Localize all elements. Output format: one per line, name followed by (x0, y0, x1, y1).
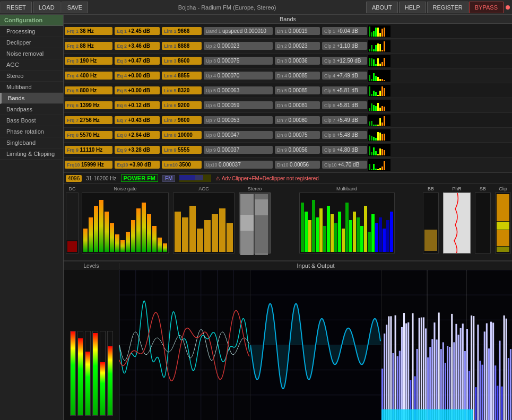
table-row[interactable]: Frq 2 88 Hz Eq 2 +3.46 dB Lim 2 8888 Up … (64, 39, 512, 54)
table-row[interactable]: Frq10 15999 Hz Eq10 +3.90 dB Lim10 3500 … (64, 158, 512, 172)
eq-cell[interactable]: Eq 3 +0.47 dB (115, 57, 160, 65)
clp-cell[interactable]: Clp 2 +1.10 dB (322, 42, 367, 50)
dn-cell[interactable]: Dn 6 0.00081 (275, 101, 320, 109)
sidebar-item-declipper[interactable]: Declipper (0, 37, 63, 48)
eq-cell[interactable]: Eq 4 +0.00 dB (115, 72, 160, 80)
dn-cell[interactable]: Dn 1 0.00019 (275, 27, 320, 35)
band-cell[interactable]: Up 5 0.000063 (204, 86, 273, 94)
eq-cell[interactable]: Eq 2 +3.46 dB (115, 42, 160, 50)
sidebar-item-singleband[interactable]: Singleband (0, 137, 63, 148)
freq-cell[interactable]: Frq 5 800 Hz (65, 86, 112, 94)
clp-cell[interactable]: Clp 8 +5.48 dB (322, 131, 367, 139)
register-button[interactable]: REGISTER (427, 2, 468, 13)
band-cell[interactable]: Up 9 0.000037 (204, 146, 273, 154)
lim-cell[interactable]: Lim 1 9666 (162, 27, 202, 35)
ng-bar (131, 220, 135, 252)
sidebar-item-bass-boost[interactable]: Bass Boost (0, 115, 63, 126)
save-button[interactable]: SAVE (62, 2, 89, 13)
mb-bar (364, 206, 367, 252)
lim-cell[interactable]: Lim 7 9600 (162, 116, 202, 124)
dn-cell[interactable]: Dn10 0.00056 (275, 161, 320, 169)
freq-cell[interactable]: Frq10 15999 Hz (65, 161, 112, 169)
status-logo: POWER FM (121, 174, 159, 182)
table-row[interactable]: Frq 1 36 Hz Eq 1 +2.45 dB Lim 1 9666 Ban… (64, 24, 512, 39)
table-row[interactable]: Frq 9 11110 Hz Eq 9 +3.28 dB Lim 9 5555 … (64, 143, 512, 158)
freq-cell[interactable]: Frq 9 11110 Hz (65, 146, 112, 154)
dn-cell[interactable]: Dn 9 0.00056 (275, 146, 320, 154)
clp-cell[interactable]: Clp 9 +4.80 dB (322, 146, 367, 154)
sidebar-item-bandpass[interactable]: Bandpass (0, 104, 63, 115)
clp-cell[interactable]: Clp 4 +7.49 dB (322, 72, 367, 80)
band-cell[interactable]: Up 6 0.000059 (204, 101, 273, 109)
lim-cell[interactable]: Lim 2 8888 (162, 42, 202, 50)
freq-cell[interactable]: Frq 7 2756 Hz (65, 116, 112, 124)
lim-cell[interactable]: Lim 8 10000 (162, 131, 202, 139)
freq-cell[interactable]: Frq 4 400 Hz (65, 72, 112, 80)
help-button[interactable]: HELP (399, 2, 426, 13)
table-row[interactable]: Frq 3 190 Hz Eq 3 +0.47 dB Lim 3 8600 Up… (64, 54, 512, 68)
table-row[interactable]: Frq 4 400 Hz Eq 4 +0.00 dB Lim 4 8855 Up… (64, 68, 512, 83)
dn-cell[interactable]: Dn 5 0.00085 (275, 86, 320, 94)
lim-cell[interactable]: Lim10 3500 (162, 161, 202, 169)
lim-cell[interactable]: Lim 4 8855 (162, 72, 202, 80)
band-cell[interactable]: Up 2 0.000023 (204, 42, 273, 50)
dc-label: DC (69, 186, 76, 191)
dn-cell[interactable]: Dn 7 0.00080 (275, 116, 320, 124)
eq-cell[interactable]: Eq10 +3.90 dB (115, 161, 160, 169)
eq-cell[interactable]: Eq 9 +3.28 dB (115, 146, 160, 154)
band-cell[interactable]: Up 4 0.000070 (204, 72, 273, 80)
clp-cell[interactable]: Clp 7 +5.49 dB (322, 116, 367, 124)
sidebar-item-multiband[interactable]: Multiband (0, 82, 63, 93)
clp-cell[interactable]: Clp 5 +5.81 dB (322, 86, 367, 94)
eq-cell[interactable]: Eq 7 +0.43 dB (115, 116, 160, 124)
sidebar: Configuration Processing Declipper Noise… (0, 15, 64, 420)
clip-label: Clip (499, 186, 507, 191)
bypass-button[interactable]: BYPASS (469, 2, 504, 13)
ng-bar (136, 208, 141, 252)
eq-cell[interactable]: Eq 1 +2.45 dB (115, 27, 160, 35)
freq-cell[interactable]: Frq 6 1399 Hz (65, 101, 112, 109)
clp-cell[interactable]: Clp 6 +5.81 dB (322, 101, 367, 109)
agc-bar (175, 212, 181, 252)
table-row[interactable]: Frq 6 1399 Hz Eq 6 +0.12 dB Lim 6 9200 U… (64, 98, 512, 113)
load-button[interactable]: LOAD (33, 2, 60, 13)
freq-cell[interactable]: Frq 8 5570 Hz (65, 131, 112, 139)
table-row[interactable]: Frq 7 2756 Hz Eq 7 +0.43 dB Lim 7 9600 U… (64, 113, 512, 128)
dn-cell[interactable]: Dn 8 0.00075 (275, 131, 320, 139)
eq-cell[interactable]: Eq 6 +0.12 dB (115, 101, 160, 109)
lim-cell[interactable]: Lim 3 8600 (162, 57, 202, 65)
sidebar-item-noise-removal[interactable]: Noise removal (0, 48, 63, 59)
sidebar-item-bands[interactable]: Bands (0, 93, 63, 104)
clp-cell[interactable]: Clp10 +4.70 dB (322, 161, 367, 169)
sidebar-item-phase-rotation[interactable]: Phase rotation (0, 126, 63, 137)
sidebar-item-agc[interactable]: AGC (0, 59, 63, 71)
dn-cell[interactable]: Dn 4 0.00085 (275, 72, 320, 80)
sidebar-item-stereo[interactable]: Stereo (0, 71, 63, 82)
band-cell[interactable]: Up 7 0.000053 (204, 116, 273, 124)
sidebar-item-limiting-clipping[interactable]: Limiting & Clipping (0, 148, 63, 160)
eq-cell[interactable]: Eq 5 +0.00 dB (115, 86, 160, 94)
band-meter (368, 25, 390, 37)
sidebar-item-processing[interactable]: Processing (0, 26, 63, 37)
freq-cell[interactable]: Frq 3 190 Hz (65, 57, 112, 65)
io-section (64, 270, 512, 420)
band-cell[interactable]: Up10 0.000037 (204, 161, 273, 169)
table-row[interactable]: Frq 8 5570 Hz Eq 8 +2.64 dB Lim 8 10000 … (64, 128, 512, 143)
dn-cell[interactable]: Dn 2 0.00023 (275, 42, 320, 50)
table-row[interactable]: Frq 5 800 Hz Eq 5 +0.00 dB Lim 5 8320 Up… (64, 83, 512, 98)
mb-bar (327, 206, 330, 252)
clp-cell[interactable]: Clp 1 +0.04 dB (322, 27, 367, 35)
band-cell[interactable]: Up 8 0.000047 (204, 131, 273, 139)
lim-cell[interactable]: Lim 6 9200 (162, 101, 202, 109)
band-cell[interactable]: Band 1 upspeed 0.000010 (204, 27, 273, 35)
lim-cell[interactable]: Lim 5 8320 (162, 86, 202, 94)
freq-cell[interactable]: Frq 2 88 Hz (65, 42, 112, 50)
lim-cell[interactable]: Lim 9 5555 (162, 146, 202, 154)
clp-cell[interactable]: Clp 3 +12.50 dB (322, 57, 367, 65)
reset-button[interactable]: RESET (1, 2, 32, 13)
freq-cell[interactable]: Frq 1 36 Hz (65, 27, 112, 35)
band-cell[interactable]: Up 3 0.000075 (204, 57, 273, 65)
eq-cell[interactable]: Eq 8 +2.64 dB (115, 131, 160, 139)
about-button[interactable]: ABOUT (366, 2, 398, 13)
dn-cell[interactable]: Dn 3 0.00036 (275, 57, 320, 65)
